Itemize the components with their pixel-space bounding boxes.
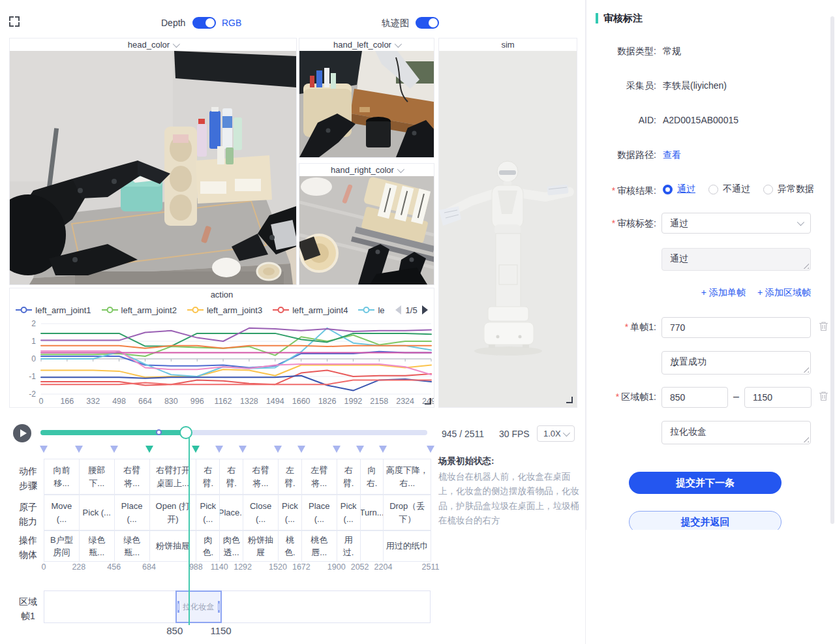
step-boundary-marker[interactable] bbox=[239, 446, 247, 453]
hand-right-title-bar[interactable]: hand_right_color bbox=[299, 164, 434, 176]
single-frame-note-textarea[interactable]: 放置成功 bbox=[661, 351, 811, 375]
fullscreen-icon[interactable] bbox=[9, 16, 20, 27]
region-frame-track[interactable]: 拉化妆盒 bbox=[44, 590, 431, 623]
step-boundary-marker[interactable] bbox=[110, 446, 118, 453]
delete-region-frame-icon[interactable] bbox=[819, 391, 828, 401]
step-cell[interactable]: 用过的纸巾 bbox=[383, 530, 431, 562]
step-cell[interactable]: 左臂. bbox=[278, 459, 302, 495]
review-result-option-不通过[interactable]: 不通过 bbox=[708, 183, 750, 195]
add-single-frame-link[interactable]: + 添加单帧 bbox=[701, 287, 746, 299]
step-cell[interactable]: Pick (... bbox=[337, 495, 361, 530]
step-boundary-marker[interactable] bbox=[75, 446, 83, 453]
aid-label: AID: bbox=[586, 115, 656, 125]
step-cell[interactable]: 桃色. bbox=[278, 530, 302, 562]
playback-speed-select[interactable]: 1.0X bbox=[537, 425, 575, 442]
step-cell[interactable]: Place (... bbox=[301, 495, 337, 530]
step-cell[interactable]: 腰部下... bbox=[79, 459, 115, 495]
single-frame-input[interactable]: 770 bbox=[661, 317, 811, 338]
depth-rgb-toggle[interactable] bbox=[192, 17, 216, 29]
step-cell[interactable]: Close (... bbox=[243, 495, 279, 530]
sim-viewport[interactable] bbox=[439, 51, 577, 407]
step-cell[interactable]: 肉色. bbox=[196, 530, 220, 562]
submit-next-button[interactable]: 提交并下一条 bbox=[629, 472, 782, 494]
step-cell[interactable]: 右臂将... bbox=[243, 459, 279, 495]
add-region-frame-link[interactable]: + 添加区域帧 bbox=[757, 287, 811, 299]
legend-item-left_arm_joint3[interactable]: left_arm_joint3 bbox=[187, 305, 262, 315]
resize-corner-icon[interactable] bbox=[566, 397, 573, 403]
region-right-handle[interactable] bbox=[218, 601, 220, 613]
resize-corner-icon[interactable] bbox=[425, 398, 431, 405]
step-boundary-marker[interactable] bbox=[427, 446, 434, 453]
step-cell[interactable] bbox=[360, 530, 384, 562]
legend-item-le[interactable]: le bbox=[358, 305, 384, 315]
region-end-input[interactable]: 1150 bbox=[744, 387, 812, 408]
playhead-line[interactable] bbox=[189, 437, 190, 625]
legend-prev-icon[interactable] bbox=[395, 305, 401, 314]
step-cell[interactable]: Pick (... bbox=[79, 495, 115, 530]
head-camera-title-bar[interactable]: head_color bbox=[10, 38, 296, 51]
region-frame-block[interactable]: 拉化妆盒 bbox=[175, 590, 222, 623]
legend-item-left_arm_joint1[interactable]: left_arm_joint1 bbox=[16, 305, 91, 315]
step-cell[interactable]: 向右. bbox=[360, 459, 384, 495]
chevron-down-icon[interactable] bbox=[397, 166, 404, 173]
region-frame-note-textarea[interactable]: 拉化妆盒 bbox=[661, 421, 811, 444]
step-cell[interactable]: Pick (... bbox=[196, 495, 220, 530]
region-left-handle[interactable] bbox=[177, 601, 179, 613]
legend-item-left_arm_joint4[interactable]: left_arm_joint4 bbox=[273, 305, 348, 315]
trajectory-toggle[interactable] bbox=[416, 17, 439, 29]
legend-item-left_arm_joint2[interactable]: left_arm_joint2 bbox=[102, 305, 177, 315]
step-cell[interactable]: Move (... bbox=[44, 495, 80, 530]
step-cell[interactable]: B户型房间 bbox=[44, 530, 80, 562]
step-cell[interactable]: Turn... bbox=[360, 495, 384, 530]
step-boundary-marker[interactable] bbox=[40, 446, 48, 453]
data-path-view-link[interactable]: 查看 bbox=[663, 149, 681, 161]
step-cell[interactable]: Place.. bbox=[219, 495, 243, 530]
step-cell[interactable]: 绿色瓶... bbox=[79, 530, 115, 562]
step-boundary-marker[interactable] bbox=[145, 446, 153, 453]
head-camera-image bbox=[10, 51, 296, 284]
step-cell[interactable]: 高度下降，右... bbox=[383, 459, 431, 495]
radio-icon[interactable] bbox=[763, 185, 773, 194]
review-result-option-异常数据[interactable]: 异常数据 bbox=[763, 183, 814, 195]
review-tag-note-textarea[interactable]: 通过 bbox=[661, 248, 811, 271]
playback-slider-handle[interactable] bbox=[179, 426, 192, 439]
submit-return-button[interactable]: 提交并返回 bbox=[629, 511, 782, 530]
chevron-down-icon[interactable] bbox=[173, 40, 180, 48]
right-panel-scrollbar[interactable] bbox=[830, 16, 834, 524]
step-cell[interactable]: 右臂. bbox=[196, 459, 220, 495]
delete-single-frame-icon[interactable] bbox=[819, 321, 828, 331]
step-cell[interactable]: 用过. bbox=[337, 530, 361, 562]
step-cell[interactable]: 右臂. bbox=[337, 459, 361, 495]
step-cell[interactable]: Place (... bbox=[114, 495, 150, 530]
step-boundary-marker[interactable] bbox=[333, 446, 341, 453]
step-cell[interactable]: 粉饼抽屉 bbox=[243, 530, 279, 562]
review-result-option-通过[interactable]: 通过 bbox=[663, 183, 695, 195]
review-tag-select[interactable]: 通过 bbox=[661, 213, 811, 234]
chevron-down-icon[interactable] bbox=[395, 40, 402, 48]
frame-axis-label: 1140 bbox=[211, 562, 228, 572]
step-boundary-marker[interactable] bbox=[297, 446, 305, 453]
joint-trajectory-chart[interactable]: 210-1-2016633249866483099611621328149416… bbox=[10, 318, 434, 408]
frame-axis-label: 1672 bbox=[292, 562, 311, 572]
play-button[interactable] bbox=[13, 424, 31, 442]
step-boundary-marker[interactable] bbox=[379, 446, 387, 453]
step-cell[interactable]: Drop（丢下） bbox=[383, 495, 431, 530]
step-cell[interactable]: 桃色唇... bbox=[301, 530, 337, 562]
radio-icon[interactable] bbox=[708, 185, 718, 194]
step-cell[interactable]: 绿色瓶... bbox=[114, 530, 150, 562]
step-cell[interactable]: 右臂将... bbox=[114, 459, 150, 495]
hand-left-title-bar[interactable]: hand_left_color bbox=[299, 38, 434, 51]
step-boundary-marker[interactable] bbox=[192, 446, 200, 453]
region-start-input[interactable]: 850 bbox=[661, 387, 728, 408]
step-boundary-marker[interactable] bbox=[356, 446, 364, 453]
step-cell[interactable]: 向前移... bbox=[44, 459, 80, 495]
step-boundary-marker[interactable] bbox=[215, 446, 223, 453]
step-boundary-marker[interactable] bbox=[274, 446, 282, 453]
radio-icon[interactable] bbox=[663, 185, 673, 194]
step-cell[interactable]: Pick (... bbox=[278, 495, 302, 530]
step-cell[interactable]: 左臂将... bbox=[301, 459, 337, 495]
step-cell[interactable]: 肉色透... bbox=[219, 530, 243, 562]
legend-next-icon[interactable] bbox=[422, 305, 428, 314]
step-cell[interactable]: 右臂. bbox=[219, 459, 243, 495]
playback-slider[interactable] bbox=[40, 430, 427, 435]
